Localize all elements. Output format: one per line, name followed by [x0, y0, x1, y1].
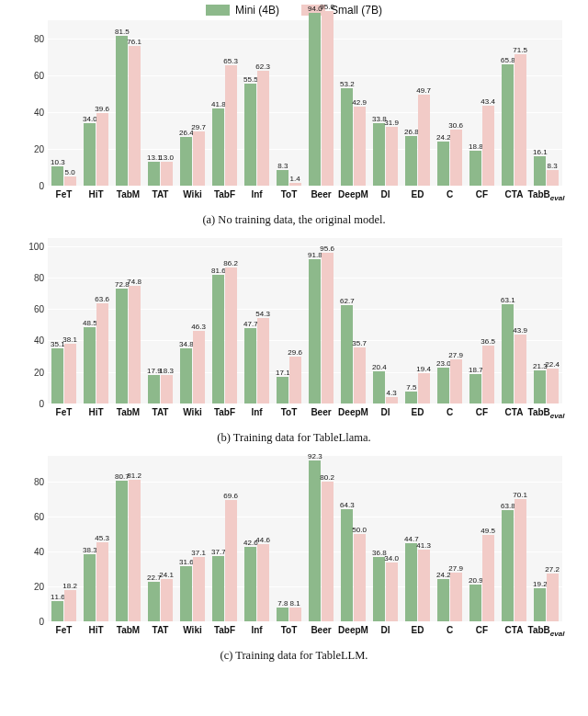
x-tick-label: CTA [505, 625, 524, 635]
bar-value-label: 62.3 [255, 63, 270, 71]
bar-mini: 91.8 [309, 259, 321, 403]
bar-small: 41.3 [418, 550, 430, 621]
x-tick-label: CTA [505, 407, 524, 417]
x-tick-label: CF [476, 407, 488, 417]
x-tick-label: DeepM [338, 625, 368, 635]
bar-mini: 18.8 [469, 151, 481, 186]
bar-mini: 8.3 [277, 170, 288, 186]
plot-c: 02040608011.638.380.722.731.637.742.67.8… [48, 456, 562, 621]
y-tick-label: 80 [34, 34, 48, 44]
bar-mini: 16.1 [534, 156, 546, 186]
bar-value-label: 39.6 [95, 105, 109, 113]
bar-mini: 72.8 [116, 289, 128, 403]
bar-value-label: 36.5 [481, 337, 495, 346]
bar-value-label: 37.1 [191, 549, 206, 557]
x-tick-label: Wiki [183, 625, 201, 635]
bar-small: 5.0 [64, 176, 76, 186]
bar-value-label: 34.0 [384, 554, 399, 563]
bar-small: 49.7 [418, 95, 430, 186]
bar-mini: 48.5 [84, 327, 96, 403]
bar-mini: 44.7 [405, 543, 417, 621]
bar-mini: 26.4 [180, 137, 192, 186]
x-tick-label: Beer [311, 407, 331, 417]
bar-value-label: 27.9 [448, 564, 463, 573]
bar-small: 22.4 [547, 369, 559, 403]
x-tick-label: TabBeval [528, 189, 565, 202]
bar-value-label: 86.2 [223, 259, 238, 267]
bar-value-label: 34.8 [179, 340, 194, 348]
legend-label-mini: Mini (4B) [235, 4, 279, 17]
bar-small: 43.9 [514, 335, 526, 403]
x-tick-label: HiT [88, 625, 103, 635]
bar-small: 30.6 [450, 130, 462, 186]
bar-mini: 13.1 [148, 162, 160, 186]
x-tick-label: ED [412, 407, 424, 417]
bar-value-label: 35.7 [352, 339, 367, 347]
x-tick-label: TabM [117, 407, 140, 417]
x-tick-label: Inf [251, 407, 262, 417]
bar-mini: 55.5 [244, 84, 256, 186]
bar-small: 39.6 [96, 113, 108, 186]
y-tick-label: 60 [34, 512, 48, 522]
bar-mini: 19.2 [534, 588, 546, 621]
bar-value-label: 19.4 [416, 365, 431, 373]
bar-small: 71.5 [514, 54, 526, 186]
bar-mini: 63.1 [502, 304, 514, 403]
bar-value-label: 65.3 [223, 57, 238, 65]
bar-value-label: 80.2 [320, 473, 334, 482]
x-tick-label: Wiki [183, 189, 201, 199]
bar-small: 63.6 [96, 303, 108, 403]
x-tick-label: Wiki [183, 407, 201, 417]
x-tick-label: TabBeval [528, 625, 565, 638]
panel-caption: (a) No training data, the original model… [18, 213, 570, 227]
bar-mini: 41.8 [212, 108, 224, 186]
bar-value-label: 95.0 [320, 3, 334, 11]
panel-caption: (c) Training data for TableLLM. [18, 649, 570, 663]
bar-mini: 17.1 [277, 377, 288, 403]
y-tick-label: 40 [34, 547, 48, 557]
bars-layer: 10.334.081.513.126.441.855.58.394.053.23… [48, 20, 562, 186]
bar-value-label: 76.1 [127, 38, 141, 46]
bar-value-label: 69.6 [223, 492, 238, 500]
bar-small: 4.3 [386, 397, 398, 403]
bar-value-label: 45.3 [95, 534, 109, 542]
bar-value-label: 63.8 [501, 502, 515, 510]
bar-mini: 65.8 [502, 64, 514, 186]
y-tick-label: 40 [34, 335, 48, 346]
bar-value-label: 20.9 [469, 576, 483, 585]
bar-small: 80.2 [322, 482, 334, 621]
y-tick-label: 0 [39, 181, 48, 191]
bar-mini: 33.8 [373, 123, 385, 186]
bar-mini: 63.8 [502, 510, 514, 621]
bar-value-label: 30.6 [448, 121, 463, 130]
bar-small: 49.5 [482, 535, 494, 621]
bar-value-label: 63.6 [95, 295, 109, 303]
bar-mini: 24.2 [437, 579, 449, 621]
bar-value-label: 62.7 [340, 297, 355, 305]
bar-small: 86.2 [225, 267, 237, 403]
x-tick-label: DI [381, 625, 390, 635]
bar-value-label: 4.3 [387, 389, 397, 397]
bar-small: 69.6 [225, 500, 237, 621]
x-tick-label: FeT [56, 625, 73, 635]
legend-swatch-mini [206, 5, 230, 16]
y-tick-label: 20 [34, 367, 48, 377]
bar-small: 31.9 [386, 127, 398, 186]
chart-panel-a: 02040608010.334.081.513.126.441.855.58.3… [18, 20, 570, 227]
x-tick-label: FeT [56, 189, 73, 199]
y-tick-label: 0 [39, 399, 48, 409]
bar-value-label: 49.7 [416, 86, 431, 95]
chart-panel-b: 02040608010035.148.572.817.934.881.647.7… [18, 238, 570, 445]
x-tick-label: Beer [311, 625, 331, 635]
bar-value-label: 54.3 [255, 310, 270, 318]
x-tick-label: C [447, 625, 453, 635]
bar-value-label: 18.8 [469, 142, 483, 151]
bar-value-label: 27.2 [545, 565, 560, 574]
bar-value-label: 13.0 [159, 153, 174, 162]
bar-mini: 23.0 [437, 368, 449, 403]
x-tick-label: Inf [251, 189, 262, 199]
y-tick-label: 100 [28, 241, 48, 251]
bar-value-label: 7.8 [277, 599, 288, 608]
bar-value-label: 31.9 [384, 119, 399, 127]
bar-value-label: 64.3 [340, 501, 355, 509]
